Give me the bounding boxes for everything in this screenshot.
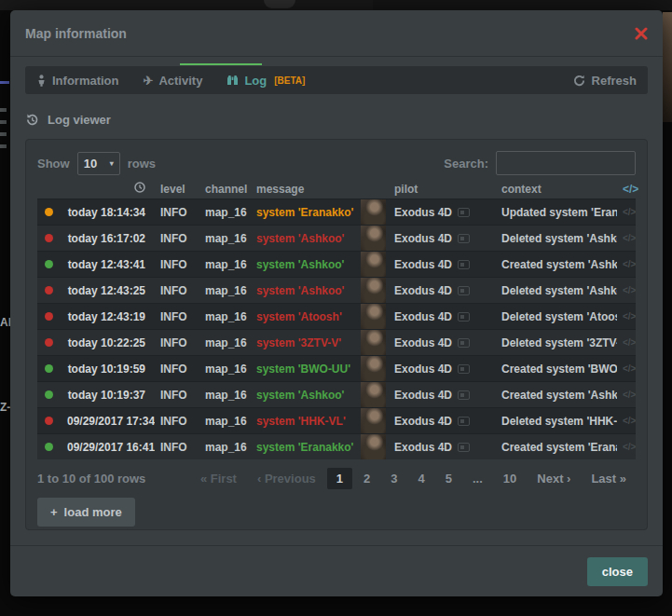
pilot-avatar: [361, 382, 386, 407]
status-column-header[interactable]: [37, 179, 62, 199]
table-row[interactable]: today 10:19:59 INFO map_16 system 'BWO-U…: [37, 356, 636, 382]
log-context: Created system 'Ashkoo' ...: [496, 252, 617, 278]
status-dot: [45, 312, 53, 321]
log-channel: map_16: [199, 408, 251, 434]
clock-icon: [134, 182, 145, 193]
row-code-icon: </>: [617, 199, 636, 226]
log-message: system 'Eranakko': [256, 206, 353, 219]
row-code-icon: </>: [617, 330, 636, 356]
table-row[interactable]: today 12:43:19 INFO map_16 system 'Atoos…: [37, 304, 636, 330]
channel-column-header[interactable]: channel: [199, 179, 251, 199]
log-context: Deleted system '3ZTV-V' #...: [496, 330, 617, 356]
pager-previous[interactable]: ‹ Previous: [248, 468, 325, 489]
row-code-icon: </>: [617, 356, 636, 382]
log-time: 09/29/2017 17:34:25: [62, 408, 155, 434]
log-channel: map_16: [199, 278, 251, 304]
tab-log[interactable]: Log [BETA]: [226, 74, 305, 88]
page-size-select[interactable]: 10 ▾: [77, 152, 120, 175]
pilot-name: Exodus 4D: [394, 441, 452, 454]
pilot-name: Exodus 4D: [394, 258, 452, 271]
search-input[interactable]: [496, 151, 636, 175]
dialog-header: Map information: [10, 10, 663, 57]
time-column-header[interactable]: [62, 179, 155, 199]
tab-bar: Information ✈ Activity Log [BETA]: [25, 66, 648, 94]
log-table-body: today 18:14:34 INFO map_16 system 'Erana…: [37, 199, 636, 460]
table-row[interactable]: today 12:43:25 INFO map_16 system 'Ashko…: [37, 278, 636, 304]
pilot-name: Exodus 4D: [394, 363, 452, 376]
pager-last[interactable]: Last »: [582, 468, 636, 489]
table-row[interactable]: 09/29/2017 16:41:17 INFO map_16 system '…: [37, 434, 636, 460]
log-message: system 'Ashkoo': [256, 389, 344, 402]
log-time: today 12:43:25: [62, 278, 155, 304]
backdrop-photo-edge: [663, 12, 672, 122]
pilot-card-icon: [458, 286, 470, 295]
log-level: INFO: [155, 278, 199, 304]
pager-page[interactable]: 3: [381, 468, 406, 489]
context-column-header[interactable]: context: [496, 179, 617, 199]
load-more-label: load more: [64, 505, 122, 519]
message-column-header[interactable]: message: [251, 179, 361, 199]
log-level: INFO: [155, 330, 199, 356]
log-time: 09/29/2017 16:41:17: [62, 434, 155, 460]
tab-activity[interactable]: ✈ Activity: [144, 74, 203, 88]
pager-page[interactable]: ...: [463, 468, 492, 489]
pager-page[interactable]: 2: [354, 468, 379, 489]
log-viewer-heading: Log viewer: [25, 113, 648, 127]
code-column-header[interactable]: </>: [617, 179, 636, 199]
log-message: system 'Ashkoo': [256, 284, 344, 297]
tab-information[interactable]: Information: [36, 74, 119, 88]
close-button[interactable]: close: [587, 557, 648, 586]
log-level: INFO: [155, 434, 199, 460]
row-code-icon: </>: [617, 382, 636, 408]
log-level: INFO: [155, 226, 199, 252]
backdrop-blue-line: [0, 81, 9, 84]
status-dot: [45, 286, 53, 294]
log-channel: map_16: [199, 356, 251, 382]
pager-page[interactable]: 5: [436, 468, 461, 489]
pagination-bar: 1 to 10 of 100 rows « First‹ Previous123…: [37, 468, 636, 489]
table-row[interactable]: today 10:19:37 INFO map_16 system 'Ashko…: [37, 382, 636, 408]
log-channel: map_16: [199, 252, 251, 278]
table-row[interactable]: 09/29/2017 17:34:25 INFO map_16 system '…: [37, 408, 636, 434]
pilot-avatar: [361, 226, 386, 251]
pilot-avatar: [361, 408, 386, 433]
log-channel: map_16: [199, 382, 251, 408]
pager-page[interactable]: 1: [327, 468, 352, 489]
pager-page[interactable]: 4: [409, 468, 434, 489]
pilot-avatar: [361, 356, 386, 381]
table-row[interactable]: today 16:17:02 INFO map_16 system 'Ashko…: [37, 226, 636, 252]
pilot-avatar: [361, 278, 386, 303]
log-context: Created system 'BWO-UU'...: [496, 356, 617, 382]
row-code-icon: </>: [617, 278, 636, 304]
refresh-button[interactable]: Refresh: [573, 74, 637, 88]
table-row[interactable]: today 10:22:25 INFO map_16 system '3ZTV-…: [37, 330, 636, 356]
table-row[interactable]: today 12:43:41 INFO map_16 system 'Ashko…: [37, 252, 636, 278]
load-more-button[interactable]: + load more: [37, 498, 135, 527]
status-dot: [45, 443, 53, 451]
close-icon[interactable]: [635, 27, 648, 40]
log-time: today 16:17:02: [62, 226, 155, 252]
pilot-card-icon: [458, 390, 470, 400]
dialog-footer: close: [10, 545, 663, 596]
log-level: INFO: [155, 304, 199, 330]
pilot-name: Exodus 4D: [394, 336, 452, 349]
pager-first[interactable]: « First: [191, 468, 246, 489]
log-context: Updated system 'Eranakk...: [496, 199, 617, 226]
log-table: level channel message pilot context </> …: [37, 179, 636, 459]
rows-label: rows: [128, 157, 156, 171]
pilot-card-icon: [458, 417, 470, 426]
pager-page[interactable]: 10: [494, 468, 526, 489]
pager-next[interactable]: Next ›: [528, 468, 580, 489]
map-information-dialog: Map information Information ✈ Activity: [10, 10, 663, 596]
pilot-card-icon: [458, 260, 470, 269]
log-message: system '3ZTV-V': [256, 336, 341, 349]
level-column-header[interactable]: level: [155, 179, 199, 199]
pilot-column-header[interactable]: pilot: [389, 179, 496, 199]
backdrop-text-fragment: Z-: [0, 401, 10, 414]
row-code-icon: </>: [617, 226, 636, 252]
log-context: Created system 'Eranakko...: [496, 434, 617, 460]
pilot-name: Exodus 4D: [394, 389, 452, 402]
table-row[interactable]: today 18:14:34 INFO map_16 system 'Erana…: [37, 199, 636, 226]
log-context: Created system 'Ashkoo' ...: [496, 382, 617, 408]
row-code-icon: </>: [617, 408, 636, 434]
